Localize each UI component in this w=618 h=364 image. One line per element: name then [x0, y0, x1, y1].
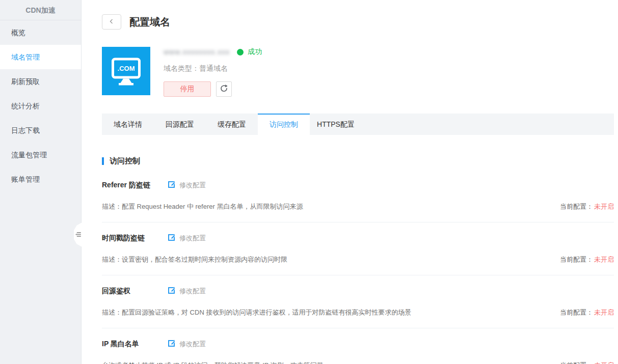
edit-icon: [168, 340, 176, 349]
domain-card: .COM www.xxxxxxxx.xxx 成功 域名类型：普通域名 停用: [102, 47, 614, 97]
disable-domain-button[interactable]: 停用: [164, 81, 211, 97]
domain-info: www.xxxxxxxx.xxx 成功 域名类型：普通域名 停用: [164, 47, 262, 97]
sidebar-title: CDN加速: [0, 0, 81, 20]
modify-config-link[interactable]: 修改配置: [168, 340, 206, 349]
item-desc-row: 描述：配置回源验证策略，对 CDN 接收到的访问请求进行鉴权，适用于对防盗链有很…: [102, 308, 614, 317]
config-item-origin-auth: 回源鉴权 修改配置 描述：配置回源验证策略，对 CDN 接收到的访问请求进行鉴权…: [102, 275, 614, 328]
current-config: 当前配置：未开启: [560, 361, 614, 364]
item-title-row: IP 黑白名单 修改配置: [102, 340, 614, 349]
modify-config-link[interactable]: 修改配置: [168, 234, 206, 243]
tab-origin-config[interactable]: 回源配置: [154, 114, 206, 135]
svg-text:.COM: .COM: [118, 65, 135, 72]
item-description: 描述：设置密钥，配合签名过期时间来控制资源内容的访问时限: [102, 255, 287, 264]
item-desc-row: 描述：配置 Request Header 中 referer 黑白名单，从而限制…: [102, 202, 614, 211]
domain-type-label: 域名类型：普通域名: [164, 64, 262, 73]
refresh-icon: [220, 84, 228, 94]
edit-icon: [168, 234, 176, 243]
collapse-menu-icon: [75, 230, 81, 239]
refresh-button[interactable]: [216, 81, 232, 97]
sidebar: CDN加速 概览 域名管理 刷新预取 统计分析 日志下载 流量包管理 账单管理: [0, 0, 82, 364]
config-item-referer: Referer 防盗链 修改配置 描述：配置 Request Header 中 …: [102, 166, 614, 222]
item-title-row: 时间戳防盗链 修改配置: [102, 234, 614, 243]
tab-cache-config[interactable]: 缓存配置: [206, 114, 258, 135]
current-config-label: 当前配置：: [560, 256, 593, 263]
page-header: 配置域名: [102, 14, 614, 30]
current-config: 当前配置：未开启: [560, 202, 614, 211]
item-description: 描述：配置回源验证策略，对 CDN 接收到的访问请求进行鉴权，适用于对防盗链有很…: [102, 308, 411, 317]
edit-icon: [168, 181, 176, 190]
cdn-console-window: CDN加速 概览 域名管理 刷新预取 统计分析 日志下载 流量包管理 账单管理: [0, 0, 618, 364]
sidebar-item-refresh-prefetch[interactable]: 刷新预取: [0, 69, 81, 94]
domain-status-label: 成功: [248, 47, 262, 57]
domain-status-row: www.xxxxxxxx.xxx 成功: [164, 47, 262, 57]
section-accent-bar: [102, 157, 104, 165]
sidebar-item-statistics[interactable]: 统计分析: [0, 94, 81, 118]
sidebar-nav: 概览 域名管理 刷新预取 统计分析 日志下载 流量包管理 账单管理: [0, 20, 81, 191]
tab-domain-details[interactable]: 域名详情: [102, 114, 154, 135]
current-config-value: 未开启: [594, 256, 614, 263]
item-title-row: Referer 防盗链 修改配置: [102, 181, 614, 190]
current-config-label: 当前配置：: [560, 203, 593, 210]
current-config-value: 未开启: [594, 361, 614, 364]
modify-config-label: 修改配置: [179, 181, 206, 190]
section-header: 访问控制: [102, 156, 614, 166]
config-item-ip-list: IP 黑白名单 修改配置 允许或者禁止某些 IP 或 IP 段的访问，帮助您解决…: [102, 328, 614, 364]
main-content: 配置域名 .COM www.xxxxxxxx.xxx 成功 域名类型：普通域名: [82, 0, 618, 364]
sidebar-item-billing[interactable]: 账单管理: [0, 167, 81, 191]
sidebar-item-overview[interactable]: 概览: [0, 20, 81, 45]
item-title: Referer 防盗链: [102, 181, 168, 190]
edit-icon: [168, 287, 176, 296]
current-config-label: 当前配置：: [560, 309, 593, 316]
modify-config-label: 修改配置: [179, 287, 206, 296]
item-title-row: 回源鉴权 修改配置: [102, 287, 614, 296]
modify-config-link[interactable]: 修改配置: [168, 181, 206, 190]
item-desc-row: 描述：设置密钥，配合签名过期时间来控制资源内容的访问时限 当前配置：未开启: [102, 255, 614, 264]
current-config-value: 未开启: [594, 309, 614, 316]
current-config-label: 当前配置：: [560, 361, 593, 364]
modify-config-link[interactable]: 修改配置: [168, 287, 206, 296]
tab-access-control[interactable]: 访问控制: [258, 114, 310, 135]
item-desc-row: 允许或者禁止某些 IP 或 IP 段的访问，帮助您解决恶意 IP 盗刷、攻击等问…: [102, 361, 614, 364]
item-title: 时间戳防盗链: [102, 234, 168, 243]
item-title: IP 黑白名单: [102, 340, 168, 349]
section-title: 访问控制: [110, 156, 140, 166]
sidebar-item-traffic-package[interactable]: 流量包管理: [0, 143, 81, 167]
sidebar-item-domain-management[interactable]: 域名管理: [0, 45, 81, 69]
back-button[interactable]: [102, 14, 121, 30]
config-item-timestamp: 时间戳防盗链 修改配置 描述：设置密钥，配合签名过期时间来控制资源内容的访问时限…: [102, 222, 614, 275]
item-title: 回源鉴权: [102, 287, 168, 296]
config-tabbar: 域名详情 回源配置 缓存配置 访问控制 HTTPS配置: [102, 114, 614, 135]
item-description: 允许或者禁止某些 IP 或 IP 段的访问，帮助您解决恶意 IP 盗刷、攻击等问…: [102, 361, 330, 364]
domain-com-icon: .COM: [102, 47, 150, 95]
modify-config-label: 修改配置: [179, 340, 206, 349]
current-config-value: 未开启: [594, 203, 614, 210]
domain-name-redacted: www.xxxxxxxx.xxx: [164, 48, 230, 56]
tab-https-config[interactable]: HTTPS配置: [310, 114, 362, 135]
current-config: 当前配置：未开启: [560, 255, 614, 264]
item-description: 描述：配置 Request Header 中 referer 黑白名单，从而限制…: [102, 202, 303, 211]
chevron-left-icon: [109, 18, 115, 26]
page-title: 配置域名: [129, 15, 170, 29]
current-config: 当前配置：未开启: [560, 308, 614, 317]
status-dot-icon: [237, 49, 244, 55]
sidebar-item-log-download[interactable]: 日志下载: [0, 118, 81, 143]
modify-config-label: 修改配置: [179, 234, 206, 243]
domain-actions: 停用: [164, 81, 262, 97]
